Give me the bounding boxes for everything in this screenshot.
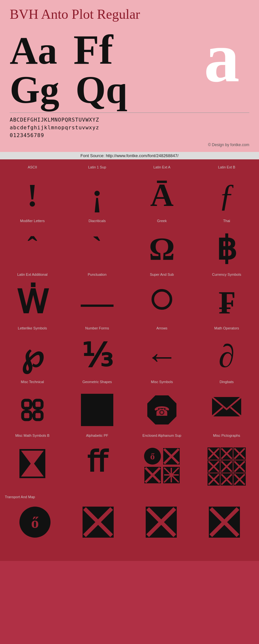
cell-supersub: Super And Sub bbox=[130, 270, 194, 284]
glyph-exclaim: ! bbox=[0, 177, 65, 216]
misc-pict-grid bbox=[208, 447, 246, 486]
glyph-row-5: ☎ bbox=[0, 391, 259, 431]
cell-dingbats: Dingbats bbox=[194, 377, 259, 391]
label-diacriticals: Diacriticals bbox=[88, 219, 106, 223]
source-bar: Font Source: http://www.fontke.com/font/… bbox=[0, 152, 259, 159]
cell-mathops: Math Operators bbox=[194, 324, 259, 338]
envelope-icon bbox=[210, 394, 243, 420]
label-row-1: ASCII Latin 1 Sup Latin Ext A Latin Ext … bbox=[0, 163, 259, 177]
transport-circle-icon: ő bbox=[19, 506, 51, 538]
glyph-florin-char: ƒ bbox=[219, 179, 235, 211]
cell-latin1sup: Latin 1 Sup bbox=[65, 163, 130, 177]
glyph-accent-a: a bbox=[204, 22, 240, 93]
glyph-qq: Qq bbox=[75, 70, 127, 109]
glyph-ff: Ff bbox=[73, 28, 113, 70]
alphabet-lower: abcdefghijklmnopqrstuvwxyz bbox=[10, 124, 249, 132]
label-row-2: Modifier Letters Diacriticals Greek Thai bbox=[0, 216, 259, 230]
cell-ascii: ASCII bbox=[0, 163, 65, 177]
cell-letterlike: Letterlike Symbols bbox=[0, 324, 65, 338]
transport-glyph-4 bbox=[193, 503, 256, 542]
cell-punctuation: Punctuation bbox=[65, 270, 130, 284]
transport-label-grid: Transport And Map bbox=[5, 494, 254, 499]
cell-greek: Greek bbox=[130, 216, 194, 230]
label-currency: Currency Symbols bbox=[212, 273, 241, 276]
command-icon bbox=[16, 394, 49, 426]
phone-octagon: ☎ bbox=[146, 394, 178, 426]
glyph-emdash-char: — bbox=[81, 286, 113, 319]
black-square-shape bbox=[81, 394, 113, 426]
transport-glyph-2 bbox=[66, 503, 130, 542]
label-row-6: Misc Math Symbols B Alphabetic PF Enclos… bbox=[0, 431, 259, 445]
enclosed-odiaeresis-icon: ő bbox=[144, 447, 162, 465]
label-ascii: ASCII bbox=[28, 165, 37, 169]
label-thai: Thai bbox=[223, 219, 230, 223]
glyph-weierp-char: ℘ bbox=[21, 340, 44, 372]
label-latinextb: Latin Ext B bbox=[218, 165, 235, 169]
label-supersub: Super And Sub bbox=[150, 273, 174, 276]
xbox-s2 bbox=[220, 447, 233, 460]
cell-latinextb: Latin Ext B bbox=[194, 163, 259, 177]
xbox-s6 bbox=[233, 460, 246, 473]
glyph-grave-char: ` bbox=[92, 233, 102, 262]
svg-text:☎: ☎ bbox=[154, 404, 170, 419]
label-latinexta: Latin Ext A bbox=[153, 165, 171, 169]
label-row-4: Letterlike Symbols Number Forms Arrows M… bbox=[0, 324, 259, 338]
label-geoshapes: Geometric Shapes bbox=[82, 380, 112, 384]
glyph-invexclaim: ¡ bbox=[65, 177, 130, 216]
header-section: BVH Anto Plot Regular Aa Ff Gg Qq a ABCD… bbox=[0, 0, 259, 152]
glyph-weierp: ℘ bbox=[0, 338, 65, 377]
label-letterlike: Letterlike Symbols bbox=[18, 326, 47, 330]
glyph-grave: ` bbox=[65, 230, 130, 270]
cell-modletters: Modifier Letters bbox=[0, 216, 65, 230]
label-punctuation: Punctuation bbox=[88, 273, 107, 276]
alphabet-upper: ABCDEFGHIJKLMNOPQRSTUVWXYZ bbox=[10, 116, 249, 124]
credits: © Design by fontke.com bbox=[10, 141, 249, 149]
transport-xbox2-icon bbox=[145, 506, 177, 538]
label-latin1sup: Latin 1 Sup bbox=[88, 165, 106, 169]
cell-diacriticals: Diacriticals bbox=[65, 216, 130, 230]
glyph-row-3: Ẇ — ₣ bbox=[0, 284, 259, 324]
glyph-ff-ligature: ﬀ bbox=[65, 445, 130, 490]
transport-xbox1-icon bbox=[82, 506, 114, 538]
glyph-subO-char bbox=[149, 286, 175, 312]
digits: 0123456789 bbox=[10, 132, 249, 139]
label-enclosedalphasup: Enclosed Alphanum Sup bbox=[142, 434, 181, 437]
svg-text:ő: ő bbox=[31, 514, 39, 531]
glyph-aa: Aa bbox=[10, 31, 57, 70]
glyph-blacksquare bbox=[65, 391, 130, 431]
label-arrows: Arrows bbox=[156, 326, 167, 330]
glyph-franc-char: ₣ bbox=[219, 286, 235, 319]
xbox-s8 bbox=[220, 473, 233, 486]
label-misctechnical: Misc Technical bbox=[21, 380, 44, 384]
svg-text:ő: ő bbox=[150, 451, 155, 461]
cell-miscpict: Misc Pictographs bbox=[194, 431, 259, 445]
glyph-row-6: ﬀ ő bbox=[0, 445, 259, 490]
cell-numforms: Number Forms bbox=[65, 324, 130, 338]
cell-miscsymbols: Misc Symbols bbox=[130, 377, 194, 391]
glyph-leftarrow-char: ← bbox=[146, 340, 178, 372]
xbox2-icon bbox=[144, 466, 162, 484]
alphabet-section: ABCDEFGHIJKLMNOPQRSTUVWXYZ abcdefghijklm… bbox=[10, 113, 249, 141]
glyph-emdash: — bbox=[65, 284, 130, 324]
grid-section: ASCII Latin 1 Sup Latin Ext A Latin Ext … bbox=[0, 159, 259, 561]
cell-enclosedalphasup: Enclosed Alphanum Sup bbox=[130, 431, 194, 445]
glyph-florin: ƒ bbox=[194, 177, 259, 216]
cell-thai: Thai bbox=[194, 216, 259, 230]
label-numforms: Number Forms bbox=[85, 326, 109, 330]
glyph-phone: ☎ bbox=[130, 391, 194, 431]
glyph-exclaim-char: ! bbox=[27, 179, 38, 211]
cell-geoshapes: Geometric Shapes bbox=[65, 377, 130, 391]
label-modletters: Modifier Letters bbox=[20, 219, 45, 223]
cell-misctechnical: Misc Technical bbox=[0, 377, 65, 391]
glyph-omega-char: Ω bbox=[149, 233, 175, 265]
transport-glyph-3 bbox=[130, 503, 193, 542]
transport-label-row: Transport And Map bbox=[0, 490, 259, 501]
glyph-envelope bbox=[194, 391, 259, 431]
glyph-baht: ฿ bbox=[194, 230, 259, 270]
xbox-s5 bbox=[220, 460, 233, 473]
glyph-wdot: Ẇ bbox=[0, 284, 65, 324]
cell-latinexta: Latin Ext A bbox=[130, 163, 194, 177]
glyph-onethird: ⅓ bbox=[65, 338, 130, 377]
glyph-caret-char: ˆ bbox=[28, 233, 37, 262]
label-miscsymbols: Misc Symbols bbox=[151, 380, 173, 384]
